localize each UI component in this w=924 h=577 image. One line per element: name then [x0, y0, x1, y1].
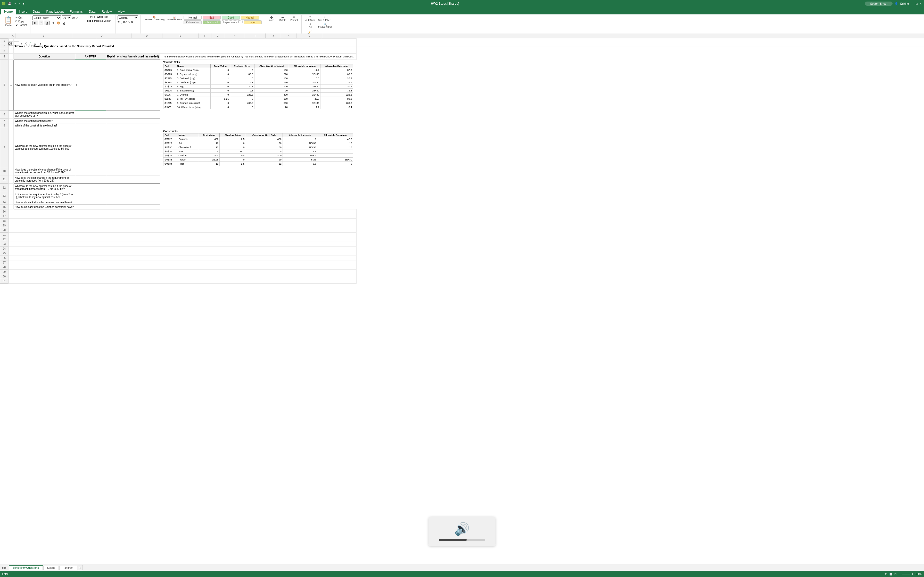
align-top-button[interactable]: ⊤: [87, 15, 89, 19]
number-format-select[interactable]: General: [118, 15, 138, 20]
col-header-j[interactable]: J: [265, 34, 281, 38]
excel-logo-icon: 🟩: [2, 2, 6, 5]
style-bad-button[interactable]: Bad: [203, 16, 221, 19]
merge-center-button[interactable]: Merge & Center: [94, 19, 111, 22]
increase-decimal-button[interactable]: .0↗: [123, 21, 127, 24]
search-sheet-box[interactable]: Search Sheet: [865, 2, 893, 6]
copy-button[interactable]: ⧉Copy: [15, 19, 28, 23]
tab-data[interactable]: Data: [86, 9, 99, 15]
align-right-button[interactable]: ≡: [92, 19, 93, 23]
tab-view[interactable]: View: [115, 9, 128, 15]
fill-button[interactable]: ⬇ Fill: [304, 23, 317, 29]
cell-a2[interactable]: [8, 43, 14, 47]
tab-home[interactable]: Home: [1, 9, 16, 15]
style-normal-button[interactable]: Normal: [184, 16, 202, 19]
sheet-area: A B C D E F G H I J K L 1: [0, 34, 924, 47]
window-control-redo[interactable]: ↪: [18, 2, 20, 5]
paste-button[interactable]: 📋 Paste: [3, 15, 13, 27]
style-neutral-button[interactable]: Neutral: [241, 16, 259, 19]
tab-review[interactable]: Review: [99, 9, 115, 15]
underline-button[interactable]: U: [44, 21, 50, 25]
ribbon-tabs: Home Insert Draw Page Layout Formulas Da…: [0, 7, 924, 15]
corner-cell: [0, 34, 10, 38]
clipboard-content: 📋 Paste ✂Cut ⧉Copy 🖌Format: [3, 15, 28, 36]
font-size-select[interactable]: 10: [62, 15, 71, 20]
number-content: General % , .0↗ ↘.0: [118, 15, 138, 36]
title-bar-left: 🟩 💾 ↩ ↪ ▼: [2, 2, 25, 5]
col-header-e[interactable]: E: [162, 34, 199, 38]
style-input-button[interactable]: Input: [244, 20, 262, 24]
col-header-f[interactable]: F: [199, 34, 212, 38]
cut-button[interactable]: ✂Cut: [15, 16, 28, 19]
align-bottom-button[interactable]: ⊥: [93, 15, 96, 19]
col-header-l[interactable]: L: [297, 34, 322, 38]
style-explanatory-button[interactable]: Explanatory T...: [222, 20, 242, 24]
styles-content: 🎨 Conditional Formatting 📊 Format as Tab…: [142, 15, 262, 36]
alignment-content: ⊤ ⊟ ⊥ Wrap Text ≡ ≡ ≡ Merge & Center: [87, 15, 111, 36]
minimize-button[interactable]: —: [911, 2, 914, 5]
sheet-grid: A B C D E F G H I J K L 1: [0, 34, 924, 47]
tab-draw[interactable]: Draw: [30, 9, 43, 15]
close-button[interactable]: ✕: [920, 2, 922, 5]
user-icon: 👤: [895, 2, 898, 5]
style-calculation-button[interactable]: Calculation: [184, 20, 202, 24]
col-header-c[interactable]: C: [72, 34, 131, 38]
fill-color-button[interactable]: 🎨: [56, 21, 61, 25]
window-control-more[interactable]: ▼: [22, 2, 25, 5]
format-as-table-button[interactable]: 📊 Format as Table: [166, 15, 183, 21]
editing-content: Σ AutoSum ⇅ Sort & Filter ⬇ Fill 🔍 Find …: [304, 15, 333, 36]
cell-a1[interactable]: [8, 39, 14, 43]
title-bar-right: Search Sheet 👤 Editing — □ ✕: [865, 2, 922, 6]
window-control-undo[interactable]: ↩: [13, 2, 16, 5]
row-num-2: 2: [0, 43, 8, 47]
font-content: Calibri (Body) 10 A↑ A↓ B I U ⊡ 🎨 A̲: [32, 15, 80, 36]
align-middle-button[interactable]: ⊟: [90, 15, 92, 19]
format-painter-button[interactable]: 🖌Format: [15, 23, 28, 27]
col-header-i[interactable]: I: [245, 34, 265, 38]
cell-b2-title[interactable]: Answer the following Questions based on …: [14, 43, 357, 47]
cell-b1[interactable]: [14, 39, 357, 43]
decrease-decimal-button[interactable]: ↘.0: [128, 21, 132, 24]
col-header-a[interactable]: A: [10, 34, 16, 38]
sort-filter-button[interactable]: ⇅ Sort & Filter: [317, 15, 331, 22]
wrap-text-button[interactable]: Wrap Text: [97, 15, 108, 19]
cells-content: ➕ Insert ➖ Delete ⚙ Format: [267, 15, 299, 36]
table-row: 1: [0, 39, 357, 43]
title-bar-filename: HW2 1.xlsx [Shared]: [431, 2, 459, 5]
font-increase-button[interactable]: A↑: [72, 16, 76, 19]
border-button[interactable]: ⊡: [50, 21, 55, 25]
col-header-h[interactable]: H: [224, 34, 245, 38]
col-header-g[interactable]: G: [212, 34, 224, 38]
autosum-button[interactable]: Σ AutoSum: [304, 15, 317, 22]
font-name-select[interactable]: Calibri (Body): [32, 15, 61, 20]
bold-button[interactable]: B: [32, 21, 38, 25]
row-num-1: 1: [0, 39, 8, 43]
window-control-save[interactable]: 💾: [8, 2, 11, 5]
align-center-button[interactable]: ≡: [89, 19, 91, 23]
font-color-button[interactable]: A̲: [62, 21, 66, 25]
font-decrease-button[interactable]: A↓: [77, 16, 80, 19]
tab-page-layout[interactable]: Page Layout: [43, 9, 66, 15]
conditional-formatting-button[interactable]: 🎨 Conditional Formatting: [142, 15, 165, 21]
main-sheet-table: 1 2 Answer the following Questions based…: [0, 39, 357, 47]
col-header-k[interactable]: K: [281, 34, 297, 38]
tab-formulas[interactable]: Formulas: [67, 9, 86, 15]
maximize-button[interactable]: □: [916, 2, 918, 5]
share-button[interactable]: Editing: [900, 2, 909, 5]
percent-button[interactable]: %: [118, 21, 120, 24]
tab-insert[interactable]: Insert: [16, 9, 30, 15]
insert-cells-button[interactable]: ➕ Insert: [267, 15, 277, 22]
column-header-row: A B C D E F G H I J K L: [0, 34, 924, 39]
col-header-b[interactable]: B: [16, 34, 72, 38]
title-bar: 🟩 💾 ↩ ↪ ▼ HW2 1.xlsx [Shared] Search She…: [0, 0, 924, 7]
find-select-button[interactable]: 🔍 Find & Select: [317, 23, 333, 29]
style-check-cell-button[interactable]: Check Cell: [203, 20, 221, 24]
col-header-d[interactable]: D: [131, 34, 162, 38]
format-cells-button[interactable]: ⚙ Format: [289, 15, 299, 22]
table-row: 2 Answer the following Questions based o…: [0, 43, 357, 47]
comma-button[interactable]: ,: [121, 21, 122, 24]
align-left-button[interactable]: ≡: [87, 19, 89, 23]
delete-cells-button[interactable]: ➖ Delete: [278, 15, 288, 22]
style-good-button[interactable]: Good: [222, 16, 240, 19]
italic-button[interactable]: I: [39, 21, 43, 25]
